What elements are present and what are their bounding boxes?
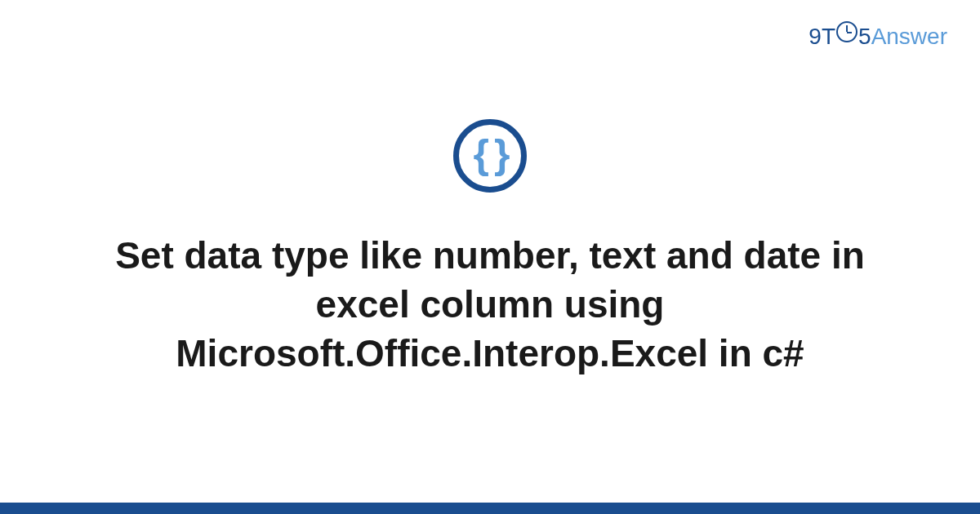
braces-icon: { } <box>474 134 507 175</box>
main-content: { } Set data type like number, text and … <box>0 0 980 514</box>
page-title: Set data type like number, text and date… <box>82 232 898 378</box>
footer-accent-bar <box>0 503 980 514</box>
code-braces-badge: { } <box>453 119 527 193</box>
